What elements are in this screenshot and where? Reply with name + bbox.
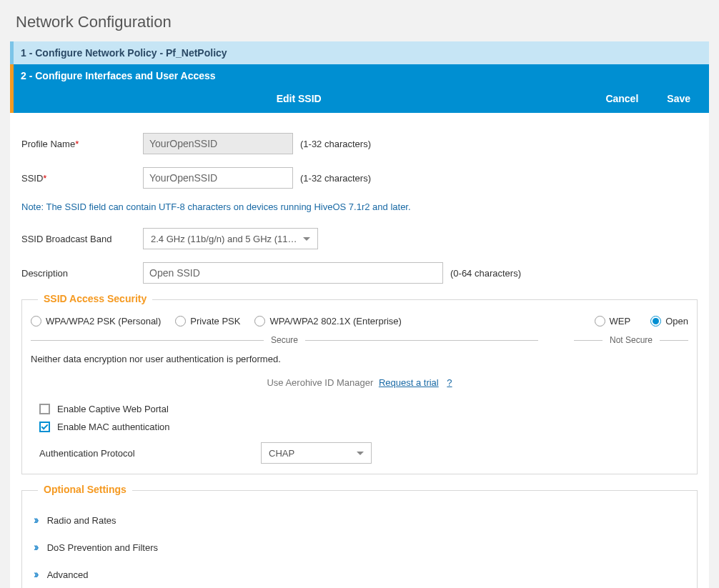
- double-chevron-icon: ››: [34, 541, 37, 554]
- cwp-label: Enable Captive Web Portal: [57, 404, 169, 414]
- divider: [31, 340, 264, 341]
- chevron-down-icon: [357, 452, 364, 455]
- cwp-checkbox[interactable]: [39, 404, 50, 414]
- ssid-security-legend: SSID Access Security: [38, 293, 152, 304]
- divider: [305, 340, 538, 341]
- description-input[interactable]: [143, 262, 443, 284]
- page-title: Network Configuration: [0, 0, 719, 41]
- optional-dos-filters[interactable]: ›› DoS Prevention and Filters: [31, 534, 688, 561]
- radio-icon: [650, 316, 661, 327]
- profile-name-input: [143, 133, 293, 154]
- auth-protocol-label: Authentication Protocol: [39, 448, 261, 459]
- band-select-value: 2.4 GHz (11b/g/n) and 5 GHz (11…: [151, 234, 297, 244]
- cancel-button[interactable]: Cancel: [605, 93, 638, 104]
- id-manager-row: Use Aerohive ID Manager Request a trial …: [31, 377, 688, 388]
- edit-ssid-label: Edit SSID: [21, 93, 577, 104]
- double-chevron-icon: ››: [34, 568, 37, 581]
- optional-settings-legend: Optional Settings: [38, 484, 132, 495]
- check-icon: [41, 423, 49, 430]
- step-2-subheader: Edit SSID Cancel Save: [10, 87, 709, 113]
- double-chevron-icon: ››: [34, 514, 37, 527]
- radio-wep[interactable]: WEP: [595, 316, 631, 327]
- ssid-label: SSID*: [21, 173, 143, 184]
- description-hint: (0-64 characters): [450, 268, 521, 279]
- band-label: SSID Broadcast Band: [21, 234, 143, 244]
- optional-radio-rates[interactable]: ›› Radio and Rates: [31, 507, 688, 534]
- step-2-title: 2 - Configure Interfaces and User Access: [10, 64, 709, 87]
- radio-icon: [595, 316, 605, 327]
- radio-psk[interactable]: WPA/WPA2 PSK (Personal): [31, 316, 161, 327]
- not-secure-label: Not Secure: [610, 335, 653, 345]
- mac-auth-label: Enable MAC authentication: [57, 422, 170, 432]
- chevron-down-icon: [303, 237, 310, 241]
- security-message: Neither data encryption nor user authent…: [31, 354, 688, 364]
- step-1-bar[interactable]: 1 - Configure Network Policy - Pf_NetPol…: [10, 41, 709, 64]
- profile-name-label: Profile Name*: [21, 139, 143, 149]
- secure-label: Secure: [271, 335, 298, 345]
- divider: [660, 340, 688, 341]
- ssid-input[interactable]: [143, 167, 293, 189]
- auth-protocol-value: CHAP: [269, 448, 294, 459]
- ssid-note: Note: The SSID field can contain UTF-8 c…: [21, 201, 698, 212]
- radio-icon: [254, 316, 265, 327]
- band-select[interactable]: 2.4 GHz (11b/g/n) and 5 GHz (11…: [143, 228, 318, 249]
- optional-settings-section: Optional Settings ›› Radio and Rates ›› …: [21, 490, 698, 588]
- radio-enterprise[interactable]: WPA/WPA2 802.1X (Enterprise): [254, 316, 401, 327]
- ssid-hint: (1-32 characters): [300, 173, 371, 184]
- divider: [574, 340, 603, 341]
- radio-icon: [31, 316, 41, 327]
- save-button[interactable]: Save: [667, 93, 690, 104]
- optional-advanced[interactable]: ›› Advanced: [31, 561, 688, 588]
- radio-private-psk[interactable]: Private PSK: [175, 316, 240, 327]
- radio-icon: [175, 316, 186, 327]
- ssid-security-section: SSID Access Security WPA/WPA2 PSK (Perso…: [21, 299, 698, 474]
- profile-name-hint: (1-32 characters): [300, 139, 371, 149]
- auth-protocol-select[interactable]: CHAP: [261, 442, 372, 464]
- request-trial-link[interactable]: Request a trial: [379, 377, 439, 388]
- mac-auth-checkbox[interactable]: [39, 422, 50, 432]
- description-label: Description: [21, 268, 143, 279]
- radio-open[interactable]: Open: [650, 316, 688, 327]
- help-icon[interactable]: ?: [447, 377, 452, 388]
